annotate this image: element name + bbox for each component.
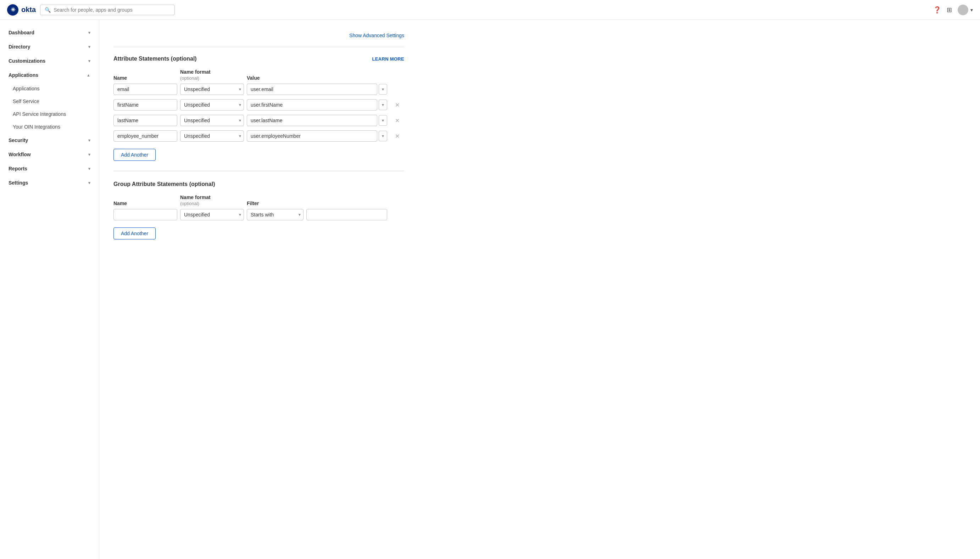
sidebar-item-reports[interactable]: Reports ▾ xyxy=(0,162,99,176)
learn-more-link[interactable]: LEARN MORE xyxy=(372,56,404,62)
remove-button-lastname[interactable]: ✕ xyxy=(390,116,404,126)
show-advanced-link[interactable]: Show Advanced Settings xyxy=(349,33,404,38)
group-attr-row-1: Unspecified URI Reference Basic ▾ Starts… xyxy=(113,209,404,220)
header-right: ❓ ⊞ ▾ xyxy=(933,5,973,15)
attr-name-cell xyxy=(113,115,177,126)
attr-value-input-email[interactable] xyxy=(247,84,377,95)
chevron-down-icon: ▾ xyxy=(88,45,90,49)
header: okta 🔍 ❓ ⊞ ▾ xyxy=(0,0,980,20)
main-content: Show Advanced Settings Attribute Stateme… xyxy=(99,20,980,559)
divider-top xyxy=(113,47,404,47)
sidebar-item-label: Settings xyxy=(8,180,28,185)
attr-name-input-lastname[interactable] xyxy=(113,115,177,126)
attr-value-dropdown-employee-number[interactable]: ▾ xyxy=(379,131,387,141)
search-icon: 🔍 xyxy=(45,7,51,13)
header-left: okta 🔍 xyxy=(7,4,175,16)
group-attr-name-cell xyxy=(113,209,177,220)
chevron-down-icon: ▾ xyxy=(88,167,90,171)
attr-format-select-lastname[interactable]: Unspecified URI Reference Basic xyxy=(180,115,244,126)
layout: Dashboard ▾ Directory ▾ Customizations ▾… xyxy=(0,20,980,559)
attr-row-employee-number: Unspecified URI Reference Basic ▾ ▾ ✕ xyxy=(113,131,404,142)
col-value-header: Value xyxy=(247,75,387,81)
sidebar-item-security[interactable]: Security ▾ xyxy=(0,133,99,147)
sidebar-item-oin-integrations[interactable]: Your OIN Integrations xyxy=(0,121,99,133)
sidebar-item-dashboard[interactable]: Dashboard ▾ xyxy=(0,25,99,40)
sidebar-item-directory[interactable]: Directory ▾ xyxy=(0,40,99,54)
group-attr-filter-type-select[interactable]: Starts with Equals Contains Matches rege… xyxy=(247,209,303,220)
section-divider xyxy=(113,171,404,171)
attr-table-headers: Name Name format (optional) Value xyxy=(113,69,404,81)
chevron-up-icon: ▲ xyxy=(86,73,90,77)
chevron-down-icon: ▾ xyxy=(88,59,90,63)
okta-star-icon xyxy=(7,4,18,16)
attr-name-input-employee-number[interactable] xyxy=(113,131,177,142)
chevron-down-icon: ▾ xyxy=(88,181,90,185)
attr-value-cell: ▾ xyxy=(247,115,387,126)
grid-icon[interactable]: ⊞ xyxy=(947,6,952,14)
attribute-statements-header: Attribute Statements (optional) LEARN MO… xyxy=(113,56,404,62)
sidebar-item-workflow[interactable]: Workflow ▾ xyxy=(0,147,99,162)
remove-button-firstname[interactable]: ✕ xyxy=(390,100,404,110)
attr-format-select-firstname[interactable]: Unspecified URI Reference Basic xyxy=(180,99,244,111)
group-attr-filter-value-cell xyxy=(306,209,387,220)
attr-row-email: Unspecified URI Reference Basic ▾ ▾ xyxy=(113,84,404,95)
sidebar: Dashboard ▾ Directory ▾ Customizations ▾… xyxy=(0,20,99,559)
attr-value-input-lastname[interactable] xyxy=(247,115,377,126)
help-icon[interactable]: ❓ xyxy=(933,6,941,14)
group-col-filter-header: Filter xyxy=(247,200,303,206)
sidebar-item-label: Reports xyxy=(8,166,27,172)
add-another-group-attribute-button[interactable]: Add Another xyxy=(113,227,156,240)
show-advanced-settings: Show Advanced Settings xyxy=(113,28,404,47)
group-attr-format-cell: Unspecified URI Reference Basic ▾ xyxy=(180,209,244,220)
attr-name-input-firstname[interactable] xyxy=(113,99,177,111)
attr-format-cell: Unspecified URI Reference Basic ▾ xyxy=(180,84,244,95)
attr-value-dropdown-lastname[interactable]: ▾ xyxy=(379,115,387,126)
user-menu-chevron[interactable]: ▾ xyxy=(970,7,973,13)
sidebar-item-label: Security xyxy=(8,137,28,143)
attr-value-input-employee-number[interactable] xyxy=(247,131,377,142)
chevron-down-icon: ▾ xyxy=(88,138,90,143)
group-attr-filter-value-input[interactable] xyxy=(306,209,387,220)
attr-value-dropdown-email[interactable]: ▾ xyxy=(379,84,387,94)
attr-format-cell: Unspecified URI Reference Basic ▾ xyxy=(180,131,244,142)
group-attr-filter-type-cell: Starts with Equals Contains Matches rege… xyxy=(247,209,303,220)
attr-name-cell xyxy=(113,131,177,142)
attr-value-cell: ▾ xyxy=(247,99,387,111)
group-col-name-header: Name xyxy=(113,200,177,206)
attr-format-cell: Unspecified URI Reference Basic ▾ xyxy=(180,99,244,111)
add-another-attribute-button[interactable]: Add Another xyxy=(113,149,156,161)
attr-value-input-firstname[interactable] xyxy=(247,99,377,111)
attr-value-cell: ▾ xyxy=(247,84,387,95)
sidebar-item-label: Customizations xyxy=(8,58,45,64)
sidebar-item-customizations[interactable]: Customizations ▾ xyxy=(0,54,99,68)
group-col-name-format-header: Name format (optional) xyxy=(180,195,244,206)
okta-logo[interactable]: okta xyxy=(7,4,36,16)
sidebar-item-applications-sub[interactable]: Applications xyxy=(0,82,99,95)
attr-format-select-employee-number[interactable]: Unspecified URI Reference Basic xyxy=(180,131,244,142)
sidebar-item-applications[interactable]: Applications ▲ xyxy=(0,68,99,82)
group-attr-statements-title: Group Attribute Statements (optional) xyxy=(113,181,215,187)
search-input[interactable] xyxy=(53,7,170,13)
attr-name-cell xyxy=(113,99,177,111)
search-bar: 🔍 xyxy=(40,5,175,15)
attr-value-dropdown-firstname[interactable]: ▾ xyxy=(379,99,387,110)
attr-name-cell xyxy=(113,84,177,95)
sidebar-item-label: Workflow xyxy=(8,152,31,157)
avatar xyxy=(958,5,968,15)
attr-format-cell: Unspecified URI Reference Basic ▾ xyxy=(180,115,244,126)
group-attr-format-select[interactable]: Unspecified URI Reference Basic xyxy=(180,209,244,220)
remove-button-employee-number[interactable]: ✕ xyxy=(390,131,404,141)
col-name-format-header: Name format (optional) xyxy=(180,69,244,81)
attr-name-input-email[interactable] xyxy=(113,84,177,95)
sidebar-item-self-service[interactable]: Self Service xyxy=(0,95,99,108)
attr-format-select-email[interactable]: Unspecified URI Reference Basic xyxy=(180,84,244,95)
sidebar-item-settings[interactable]: Settings ▾ xyxy=(0,176,99,190)
chevron-down-icon: ▾ xyxy=(88,152,90,157)
sidebar-item-api-service-integrations[interactable]: API Service Integrations xyxy=(0,108,99,121)
group-attr-statements-header: Group Attribute Statements (optional) xyxy=(113,181,404,187)
sidebar-item-label: Applications xyxy=(8,72,38,78)
content-area: Show Advanced Settings Attribute Stateme… xyxy=(99,20,418,248)
group-attr-name-input[interactable] xyxy=(113,209,177,220)
okta-logo-text: okta xyxy=(21,6,36,14)
sidebar-item-label: Dashboard xyxy=(8,30,35,35)
